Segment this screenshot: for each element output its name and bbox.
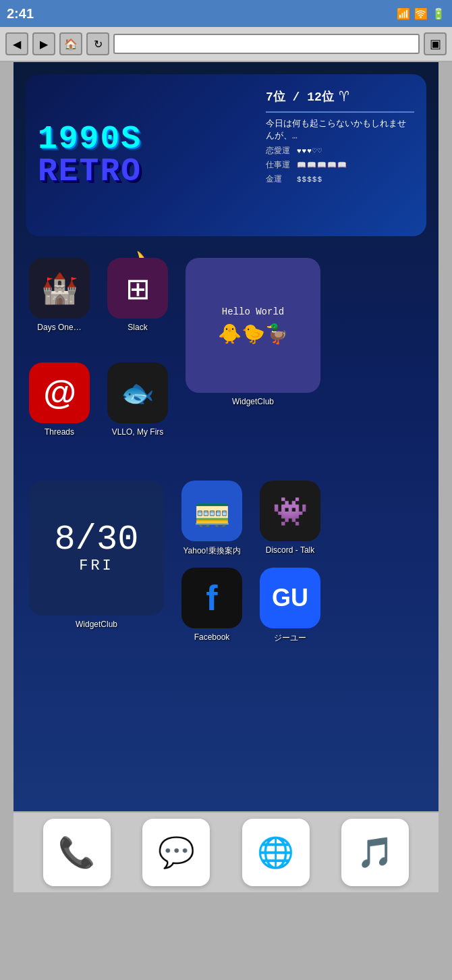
ducks: 🐥🐤🦆 (218, 323, 289, 345)
discord-label: Discord - Talk (266, 545, 314, 555)
facebook-f-letter: f (206, 578, 217, 618)
money-luck-row: 金運 $$$$$ (266, 173, 414, 185)
slack-label: Slack (128, 323, 147, 332)
vllo-icon[interactable]: 🐟 (107, 362, 168, 423)
dock-music[interactable]: 🎵 (341, 819, 409, 886)
work-icons: 📖📖📖📖📖 (297, 161, 347, 169)
widgetclub-large-label: WidgetClub (232, 397, 274, 406)
app-grid-row-2: @ Threads 🐟 VLLO, My Firs (26, 362, 171, 437)
gu-label: ジーユー (274, 632, 306, 644)
app-item-facebook[interactable]: f Facebook (178, 568, 246, 644)
horoscope-rank: 7位 / 12位 ♈ (266, 86, 414, 106)
threads-label: Threads (45, 427, 74, 437)
right-apps-row-2: f Facebook GU ジーユー (178, 568, 324, 644)
forward-button[interactable]: ▶ (32, 32, 55, 55)
dock: 📞 💬 🌐 🎵 (13, 811, 439, 892)
dock-phone[interactable]: 📞 (43, 819, 111, 886)
wifi-icon: 🛜 (414, 7, 428, 20)
right-apps: 🚃 Yahoo!乗換案内 👾 Discord - Talk f (178, 481, 324, 644)
browser-toolbar: ◀ ▶ 🏠 ↻ ▣ (0, 27, 452, 62)
widgetclub-large-icon[interactable]: Hello World 🐥🐤🦆 (186, 258, 320, 393)
threads-at-symbol: @ (43, 373, 76, 412)
fish-icon: 🐟 (121, 377, 154, 409)
dock-browser[interactable]: 🌐 (242, 819, 310, 886)
app-item-castle[interactable]: 🏰 Days One… (26, 258, 93, 332)
app-item-slack[interactable]: ⊞ Slack (104, 258, 171, 332)
hello-world-text: Hello World (222, 306, 284, 317)
app-item-gu[interactable]: GU ジーユー (256, 568, 324, 644)
right-apps-row-1: 🚃 Yahoo!乗換案内 👾 Discord - Talk (178, 481, 324, 557)
menu-button[interactable]: ▣ (424, 32, 447, 55)
app-item-yahoo[interactable]: 🚃 Yahoo!乗換案内 (178, 481, 246, 557)
widget-right: 7位 / 12位 ♈ 今日は何も起こらないかもしれませんが、… 恋愛運 ♥♥♥♡… (266, 86, 414, 224)
widget-left: 1990S RETRO (38, 86, 259, 224)
dock-message[interactable]: 💬 (142, 819, 210, 886)
app-item-date-widget[interactable]: 8/30 FRI WidgetClub (26, 481, 167, 629)
signal-icon: 📶 (397, 7, 410, 20)
battery-icon: 🔋 (432, 7, 445, 20)
castle-icon[interactable]: 🏰 (29, 258, 90, 319)
yahoo-train-icon: 🚃 (194, 493, 231, 528)
app-item-widgetclub-large[interactable]: Hello World 🐥🐤🦆 WidgetClub (182, 258, 324, 406)
app-item-discord[interactable]: 👾 Discord - Talk (256, 481, 324, 557)
date-widget-label: WidgetClub (76, 620, 117, 629)
home-button[interactable]: 🏠 (59, 32, 82, 55)
facebook-label: Facebook (194, 632, 230, 642)
love-icons: ♥♥♥♡♡ (297, 146, 322, 155)
retro-title-1990s: 1990S (38, 123, 259, 155)
phone-screen: 1990S RETRO 7位 / 12位 ♈ 今日は何も起こらないかもしれません… (13, 62, 439, 892)
date-number: 8/30 (55, 522, 139, 557)
money-icons: $$$$$ (297, 175, 322, 184)
status-bar: 2:41 📶 🛜 🔋 (0, 0, 452, 27)
bottom-section: 8/30 FRI WidgetClub 🚃 Yahoo!乗換案内 👾 (26, 481, 426, 644)
app-item-threads[interactable]: @ Threads (26, 362, 93, 437)
date-widget[interactable]: 8/30 FRI (29, 481, 164, 616)
gu-icon[interactable]: GU (260, 568, 320, 628)
back-button[interactable]: ◀ (5, 32, 28, 55)
yahoo-label: Yahoo!乗換案内 (183, 545, 240, 557)
status-icons: 📶 🛜 🔋 (397, 7, 445, 20)
love-label: 恋愛運 (266, 145, 293, 157)
work-label: 仕事運 (266, 159, 293, 171)
slack-icon[interactable]: ⊞ (107, 258, 168, 319)
divider (266, 111, 414, 113)
castle-label: Days One… (37, 323, 81, 332)
gu-text: GU (272, 584, 308, 612)
discord-icon[interactable]: 👾 (260, 481, 320, 541)
refresh-button[interactable]: ↻ (86, 32, 109, 55)
facebook-icon[interactable]: f (181, 568, 242, 628)
threads-icon[interactable]: @ (29, 362, 90, 423)
aries-symbol: ♈ (339, 86, 349, 106)
date-day: FRI (79, 557, 114, 574)
url-bar[interactable] (113, 34, 420, 54)
retro-title-retro: RETRO (38, 155, 259, 188)
status-time: 2:41 (7, 6, 397, 22)
money-label: 金運 (266, 173, 293, 185)
work-luck-row: 仕事運 📖📖📖📖📖 (266, 159, 414, 171)
retro-widget: 1990S RETRO 7位 / 12位 ♈ 今日は何も起こらないかもしれません… (26, 74, 426, 236)
horoscope-text: 今日は何も起こらないかもしれませんが、… (266, 118, 414, 142)
yahoo-icon[interactable]: 🚃 (181, 481, 242, 541)
love-luck-row: 恋愛運 ♥♥♥♡♡ (266, 145, 414, 157)
app-item-vllo[interactable]: 🐟 VLLO, My Firs (104, 362, 171, 437)
vllo-label: VLLO, My Firs (112, 427, 164, 437)
